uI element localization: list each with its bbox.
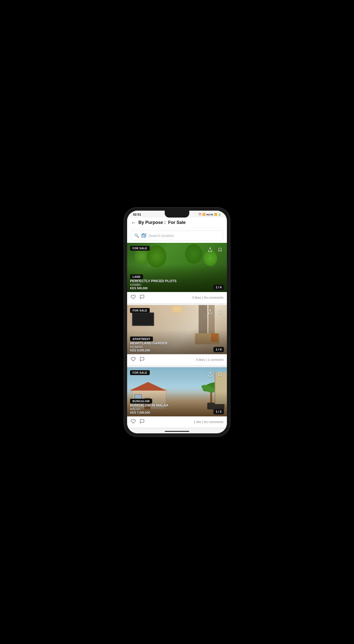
- wifi-icon: 📶: [202, 213, 205, 216]
- card-stats-2: 4 likes | 1 comment: [196, 358, 224, 362]
- bookmark-button-1[interactable]: [216, 246, 224, 254]
- photo-count-3: 1 / 3: [214, 409, 224, 414]
- card-info-overlay-2: HEARTLAND GARDEN KILIMANI KES 9,000,000 …: [127, 339, 227, 354]
- card-stats-1: 3 likes | No comments: [192, 296, 224, 300]
- search-input-wrap[interactable]: 🔍 Search location: [131, 230, 223, 240]
- for-sale-badge-1: FOR SALE: [130, 246, 150, 251]
- title-prefix: By Purpose :: [138, 220, 166, 225]
- like-button-1[interactable]: [130, 294, 136, 300]
- card-location-3: MALAA: [130, 408, 214, 411]
- listings-scroll[interactable]: FOR SALE LAND: [127, 243, 227, 430]
- card-info-overlay-3: BUNGALOW IN MALAA MALAA KES 7,000,000 1 …: [127, 402, 227, 416]
- title-bold: For Sale: [168, 220, 186, 225]
- comment-button-3[interactable]: [140, 419, 145, 425]
- photo-count-2: 1 / 4: [214, 347, 224, 352]
- alarm-icon: ⏰: [198, 213, 201, 216]
- card-actions-top-1: [206, 246, 224, 254]
- card-actions-top-3: [206, 370, 224, 378]
- phone-frame: 02:51 ⏰ 📶 Vo) 4G 📶 🔋 ← By Purpose : For …: [124, 208, 230, 436]
- card-footer-2: 4 likes | 1 comment: [127, 354, 227, 365]
- home-line: [165, 431, 189, 432]
- page-title: By Purpose : For Sale: [138, 220, 186, 225]
- share-button-1[interactable]: [206, 246, 214, 254]
- comment-button-1[interactable]: [140, 294, 145, 300]
- card-image-wrap-3[interactable]: FOR SALE BUNGALOW: [127, 367, 227, 416]
- search-placeholder: Search location: [148, 234, 174, 238]
- card-footer-left-3: [130, 419, 145, 425]
- card-price-3: KES 7,000,000: [130, 411, 214, 414]
- for-sale-badge-3: FOR SALE: [130, 370, 150, 375]
- card-text-2: HEARTLAND GARDEN KILIMANI KES 9,000,000: [130, 341, 214, 352]
- card-location-1: KIAMBU: [130, 283, 214, 286]
- svg-rect-0: [142, 234, 143, 235]
- share-button-3[interactable]: [206, 370, 214, 378]
- like-button-3[interactable]: [130, 419, 136, 425]
- search-icon: 🔍: [134, 233, 139, 238]
- notch: [165, 211, 189, 218]
- card-text-3: BUNGALOW IN MALAA MALAA KES 7,000,000: [130, 403, 214, 414]
- map-icon: [141, 233, 146, 238]
- signal-icon: 📶: [214, 213, 217, 216]
- card-footer-left-1: [130, 294, 145, 300]
- card-footer-3: 1 like | No comments: [127, 416, 227, 428]
- bookmark-button-2[interactable]: [216, 308, 224, 316]
- search-bar-container: 🔍 Search location: [127, 228, 227, 243]
- card-text-1: PERFECTLY PRICED PLOTS KIAMBU KES 500,00…: [130, 279, 214, 290]
- card-title-1: PERFECTLY PRICED PLOTS: [130, 279, 214, 283]
- svg-rect-1: [145, 235, 146, 236]
- card-image-wrap-1[interactable]: FOR SALE LAND: [127, 243, 227, 292]
- card-price-2: KES 9,000,000: [130, 349, 214, 352]
- header: ← By Purpose : For Sale: [127, 217, 227, 228]
- status-icons: ⏰ 📶 Vo) 4G 📶 🔋: [198, 213, 221, 216]
- property-card-2: FOR SALE APARTMENT: [127, 305, 227, 365]
- card-info-overlay-1: PERFECTLY PRICED PLOTS KIAMBU KES 500,00…: [127, 277, 227, 292]
- card-title-3: BUNGALOW IN MALAA: [130, 403, 214, 408]
- phone-screen: 02:51 ⏰ 📶 Vo) 4G 📶 🔋 ← By Purpose : For …: [127, 211, 227, 433]
- card-footer-left-2: [130, 357, 145, 363]
- status-time: 02:51: [133, 212, 141, 216]
- card-title-2: HEARTLAND GARDEN: [130, 341, 214, 345]
- card-actions-top-2: [206, 308, 224, 316]
- card-footer-1: 3 likes | No comments: [127, 292, 227, 303]
- property-card-3: FOR SALE BUNGALOW: [127, 367, 227, 428]
- for-sale-badge-2: FOR SALE: [130, 308, 150, 313]
- comment-button-2[interactable]: [140, 357, 145, 363]
- svg-rect-2: [143, 234, 144, 235]
- back-button[interactable]: ←: [131, 220, 136, 226]
- property-card-1: FOR SALE LAND: [127, 243, 227, 303]
- card-location-2: KILIMANI: [130, 345, 214, 349]
- card-image-wrap-2[interactable]: FOR SALE APARTMENT: [127, 305, 227, 354]
- share-button-2[interactable]: [206, 308, 214, 316]
- battery-icon: 🔋: [218, 213, 221, 216]
- network-icon: Vo) 4G: [206, 213, 213, 216]
- like-button-2[interactable]: [130, 357, 136, 363]
- home-indicator: [127, 430, 227, 433]
- card-stats-3: 1 like | No comments: [194, 420, 224, 424]
- bookmark-button-3[interactable]: [216, 370, 224, 378]
- card-price-1: KES 500,000: [130, 286, 214, 290]
- photo-count-1: 1 / 4: [214, 285, 224, 290]
